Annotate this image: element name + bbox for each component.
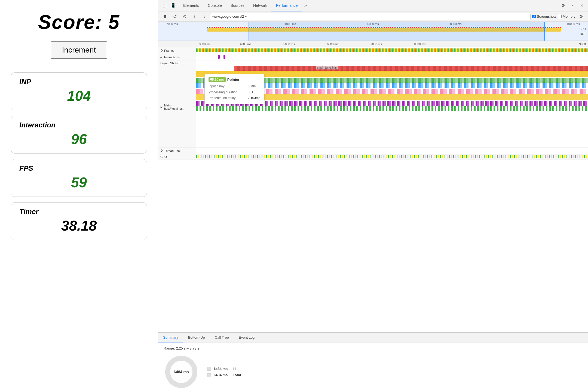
legend-items: 6484 ms Idle 6484 ms Total — [207, 367, 241, 377]
more-options-btn[interactable]: ⋮ — [568, 2, 577, 10]
inp-value: 104 — [19, 88, 139, 104]
tooltip-type: Pointer — [227, 78, 240, 82]
legend-box-total — [207, 373, 211, 377]
donut-chart: 6484 ms — [164, 354, 199, 390]
main-label-text: Main — http://localhost — [164, 104, 194, 110]
reload-record-btn[interactable]: ↺ — [171, 13, 179, 21]
thread-pool-content — [196, 148, 588, 154]
donut-area: 6484 ms 6484 ms Idle 6484 ms Total — [164, 354, 583, 390]
interactions-track-content — [196, 54, 588, 60]
legend-total-label: Total — [233, 373, 241, 377]
close-devtools-btn[interactable]: ✕ — [578, 2, 586, 10]
increment-button[interactable]: Increment — [51, 41, 108, 59]
selection-overlay — [249, 22, 545, 41]
ruler2-7000: 7000 ms — [370, 42, 382, 46]
frames-track-content — [196, 47, 588, 54]
tooltip-processing-row: Processing duration 0μs — [209, 90, 260, 96]
tab-event-log[interactable]: Event Log — [234, 333, 260, 342]
tab-bottom-up[interactable]: Bottom-Up — [183, 333, 210, 342]
gpu-label: GPU — [158, 154, 196, 159]
timeline-detail-ruler: 3000 ms 4000 ms 5000 ms 6000 ms 7000 ms … — [158, 41, 588, 47]
more-tabs-btn[interactable]: » — [302, 0, 309, 11]
tooltip-input-delay-val: 66ms — [248, 84, 256, 90]
tooltip-processing-key: Processing duration — [209, 90, 247, 96]
green-tasks-bar2 — [196, 106, 588, 111]
score-value: 5 — [108, 11, 120, 33]
url-bar: www.google.com #2 ▾ — [210, 13, 531, 20]
frames-track-row: Frames — [158, 47, 588, 54]
ruler2-4000: 4000 ms — [240, 42, 251, 46]
ruler2-6000: 6000 ms — [327, 42, 338, 46]
bottom-tabs: Summary Bottom-Up Call Tree Event Log — [158, 333, 588, 342]
interactions-chevron — [160, 56, 163, 59]
tab-performance[interactable]: Performance — [271, 0, 302, 11]
frames-track-label: Frames — [158, 47, 196, 54]
download-btn[interactable]: ↓ — [200, 13, 208, 21]
device-toggle-btn[interactable]: 📱 — [169, 2, 177, 10]
main-thread-content[interactable]: small_tasks.html 68.10 ms Pointer Input … — [196, 66, 588, 147]
gpu-label-text: GPU — [160, 155, 167, 158]
small-tasks-label: small_tasks.html — [316, 66, 338, 69]
frames-chevron — [160, 49, 163, 52]
interaction-bar-1 — [218, 55, 220, 59]
tab-network[interactable]: Network — [249, 0, 271, 11]
timeline-overview[interactable]: 2000 ms 4000 ms 6000 ms 8000 ms 10000 ms… — [158, 22, 588, 41]
frames-bar — [196, 48, 588, 52]
bottom-content: Range: 2.25 s – 8.73 s 6484 ms — [158, 342, 588, 392]
devtools-perf-toolbar: ⏺ ↺ ⊘ ↑ ↓ www.google.com #2 ▾ Screenshot… — [158, 11, 588, 22]
perf-settings-btn[interactable]: ⚙ — [577, 13, 585, 21]
tab-console[interactable]: Console — [203, 0, 226, 11]
tooltip-presentation-key: Presentation delay — [209, 95, 247, 101]
score-label: Score: — [38, 11, 102, 33]
fps-card: FPS 59 — [11, 159, 147, 197]
url-text: www.google.com #2 — [212, 14, 244, 19]
thread-pool-label-text: Thread Pool — [164, 149, 180, 152]
devtools-panel: ⬚ 📱 Elements Console Sources Network Per… — [158, 0, 588, 392]
tooltip-input-delay-key: Input delay — [209, 84, 247, 90]
tooltip-input-delay-row: Input delay 66ms — [209, 84, 260, 90]
inspect-icon-btn[interactable]: ⬚ — [160, 2, 169, 10]
interactions-label-text: Interactions — [164, 56, 180, 59]
memory-checkbox[interactable] — [558, 15, 562, 18]
interactions-track-row: Interactions — [158, 54, 588, 60]
summary-section: Range: 2.25 s – 8.73 s 6484 ms — [164, 346, 583, 390]
devtools-settings-area: ⚙ ⋮ ✕ — [559, 2, 586, 10]
settings-gear-btn[interactable]: ⚙ — [559, 2, 567, 10]
screenshots-checkbox-label[interactable]: Screenshots — [532, 14, 556, 19]
timeline-tracks[interactable]: Frames Interactions — [158, 47, 588, 332]
gpu-content — [196, 154, 588, 159]
net-sidebar-label: NET — [580, 32, 586, 35]
ruler2-9000: 9000 — [579, 42, 586, 46]
devtools-tabs: Elements Console Sources Network Perform… — [179, 0, 309, 11]
cpu-sidebar-label: CPU — [580, 27, 586, 30]
tab-call-tree[interactable]: Call Tree — [210, 333, 234, 342]
gpu-track-row: GPU — [158, 154, 588, 160]
tab-sources[interactable]: Sources — [226, 0, 249, 11]
timeline-main: 3000 ms 4000 ms 5000 ms 6000 ms 7000 ms … — [158, 41, 588, 332]
record-btn[interactable]: ⏺ — [161, 13, 169, 21]
timer-label: Timer — [19, 207, 139, 216]
legend-box-idle — [207, 367, 211, 371]
devtools-top-toolbar: ⬚ 📱 Elements Console Sources Network Per… — [158, 0, 588, 11]
ruler2-5000: 5000 ms — [283, 42, 295, 46]
interaction-label: Interaction — [19, 121, 139, 129]
clear-btn[interactable]: ⊘ — [180, 13, 189, 21]
tab-elements[interactable]: Elements — [179, 0, 203, 11]
thread-pool-label: Thread Pool — [158, 148, 196, 154]
interaction-tooltip: 68.10 ms Pointer Input delay 66ms Proces… — [204, 74, 264, 104]
tab-summary[interactable]: Summary — [158, 333, 183, 342]
main-thread-label: Main — http://localhost — [158, 66, 196, 147]
ruler2-8000: 8000 ms — [414, 42, 425, 46]
range-text: Range: 2.25 s – 8.73 s — [164, 346, 583, 350]
frames-label-text: Frames — [164, 49, 174, 52]
upload-btn[interactable]: ↑ — [190, 13, 198, 21]
tooltip-processing-val: 0μs — [248, 90, 253, 96]
legend-idle-label: Idle — [233, 367, 238, 371]
memory-checkbox-label[interactable]: Memory — [558, 14, 575, 19]
fps-value: 59 — [19, 174, 139, 191]
layout-shifts-track-row: Layout Shifts — [158, 60, 588, 66]
screenshots-checkbox[interactable] — [532, 15, 536, 18]
left-panel: Score: 5 Increment INP 104 Interaction 9… — [0, 0, 158, 392]
main-chevron — [160, 106, 163, 108]
url-dropdown[interactable]: ▾ — [245, 14, 247, 19]
